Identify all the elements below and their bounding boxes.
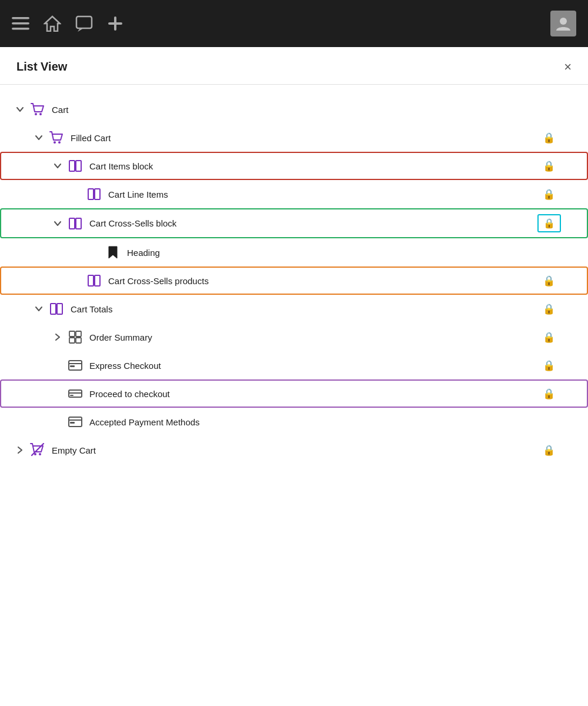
svg-rect-26 bbox=[76, 338, 81, 343]
svg-rect-23 bbox=[69, 331, 75, 337]
svg-rect-20 bbox=[95, 275, 100, 286]
svg-point-12 bbox=[58, 141, 61, 144]
list-item[interactable]: Cart Line Items 🔒 bbox=[0, 180, 588, 208]
svg-point-37 bbox=[39, 453, 41, 455]
list-content: Cart Filled Cart 🔒 bbox=[0, 85, 588, 464]
chevron-down-icon bbox=[33, 132, 45, 144]
columns-icon bbox=[86, 186, 102, 202]
menu-icon[interactable] bbox=[12, 17, 29, 30]
svg-rect-25 bbox=[69, 338, 75, 343]
lock-icon: 🔒 bbox=[543, 388, 572, 400]
svg-rect-21 bbox=[51, 304, 56, 314]
proceed-to-checkout-row[interactable]: Proceed to checkout 🔒 bbox=[0, 379, 588, 408]
svg-rect-2 bbox=[12, 28, 29, 30]
close-button[interactable]: × bbox=[564, 61, 572, 74]
credit-card-small-icon bbox=[67, 385, 83, 402]
row-label: Heading bbox=[127, 248, 572, 258]
row-label: Cart Line Items bbox=[108, 189, 543, 199]
svg-point-11 bbox=[54, 141, 56, 144]
svg-rect-16 bbox=[95, 189, 100, 199]
svg-rect-1 bbox=[12, 22, 29, 25]
columns-icon bbox=[48, 301, 65, 317]
row-label: Accepted Payment Methods bbox=[89, 417, 572, 427]
chevron-right-icon bbox=[52, 331, 64, 343]
list-item[interactable]: Cart bbox=[0, 95, 588, 124]
empty-cart-icon bbox=[29, 442, 46, 458]
row-label: Cart Totals bbox=[71, 304, 543, 314]
chevron-down-icon bbox=[52, 218, 64, 229]
empty-cart-row[interactable]: Empty Cart 🔒 bbox=[0, 436, 588, 464]
svg-point-9 bbox=[35, 113, 37, 115]
svg-rect-15 bbox=[88, 189, 93, 199]
chevron-down-icon bbox=[33, 303, 45, 315]
svg-rect-35 bbox=[70, 422, 75, 424]
cart-cross-sells-products-row[interactable]: Cart Cross-Sells products 🔒 bbox=[0, 267, 588, 295]
svg-rect-0 bbox=[12, 17, 29, 19]
cart-items-block-row[interactable]: Cart Items block 🔒 bbox=[0, 152, 588, 180]
cart-filled-icon bbox=[48, 129, 65, 146]
home-icon[interactable] bbox=[44, 15, 61, 32]
svg-marker-3 bbox=[45, 16, 60, 31]
list-item[interactable]: Filled Cart 🔒 bbox=[0, 124, 588, 152]
svg-rect-14 bbox=[76, 161, 81, 171]
svg-rect-4 bbox=[76, 16, 92, 28]
lock-icon: 🔒 bbox=[543, 331, 572, 344]
list-item[interactable]: Order Summary 🔒 bbox=[0, 323, 588, 351]
svg-rect-32 bbox=[70, 395, 74, 396]
lock-icon: 🔒 bbox=[543, 275, 572, 287]
row-label: Cart Cross-Sells products bbox=[108, 276, 543, 286]
svg-rect-22 bbox=[57, 304, 62, 314]
avatar[interactable] bbox=[550, 11, 576, 36]
columns-icon bbox=[86, 272, 102, 289]
chevron-right-icon bbox=[14, 444, 26, 456]
list-item[interactable]: Express Checkout 🔒 bbox=[0, 351, 588, 379]
toolbar bbox=[0, 0, 588, 47]
lock-icon: 🔒 bbox=[543, 132, 572, 144]
svg-point-8 bbox=[560, 18, 567, 25]
lock-icon: 🔒 bbox=[543, 188, 572, 201]
comment-icon[interactable] bbox=[75, 15, 93, 32]
credit-card-icon bbox=[67, 414, 83, 430]
lock-icon: 🔒 bbox=[543, 160, 572, 172]
row-label: Order Summary bbox=[89, 332, 543, 342]
panel-header: List View × bbox=[0, 47, 588, 85]
svg-rect-13 bbox=[69, 161, 75, 171]
svg-rect-17 bbox=[69, 218, 75, 229]
row-label: Express Checkout bbox=[89, 361, 543, 371]
list-item[interactable]: Heading bbox=[0, 238, 588, 267]
grid-icon bbox=[67, 329, 83, 345]
lock-icon: 🔒 bbox=[543, 303, 572, 315]
svg-rect-24 bbox=[76, 331, 81, 337]
add-icon[interactable] bbox=[107, 15, 123, 32]
chevron-down-icon bbox=[52, 160, 64, 172]
row-label: Empty Cart bbox=[52, 445, 543, 455]
list-view-panel: List View × Cart bbox=[0, 47, 588, 706]
list-item[interactable]: Accepted Payment Methods bbox=[0, 408, 588, 436]
row-label: Cart Items block bbox=[89, 161, 543, 171]
cart-cross-sells-block-row[interactable]: Cart Cross-Sells block 🔒 bbox=[0, 208, 588, 238]
panel-title: List View bbox=[16, 60, 67, 74]
chevron-down-icon bbox=[14, 104, 26, 115]
svg-rect-19 bbox=[88, 275, 93, 286]
svg-rect-29 bbox=[70, 365, 75, 367]
lock-icon: 🔒 bbox=[543, 444, 572, 457]
svg-point-10 bbox=[39, 113, 42, 115]
columns-icon bbox=[67, 215, 83, 232]
lock-icon: 🔒 bbox=[543, 359, 572, 372]
row-label: Proceed to checkout bbox=[89, 389, 543, 399]
list-item[interactable]: Cart Totals 🔒 bbox=[0, 295, 588, 323]
credit-card-icon bbox=[67, 357, 83, 374]
row-label: Filled Cart bbox=[71, 133, 543, 143]
cart-icon bbox=[29, 101, 46, 118]
svg-rect-7 bbox=[108, 22, 122, 25]
svg-rect-18 bbox=[76, 218, 81, 229]
lock-icon-cyan-box: 🔒 bbox=[537, 214, 561, 232]
bookmark-icon bbox=[105, 244, 121, 261]
columns-icon bbox=[67, 158, 83, 174]
row-label: Cart Cross-Sells block bbox=[89, 218, 537, 228]
row-label: Cart bbox=[52, 105, 572, 115]
